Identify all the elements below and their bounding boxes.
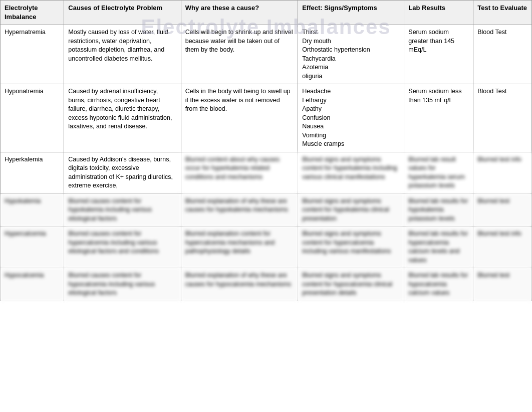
cell-hypernatremia-col5: Serum sodium greater than 145 mEq/L: [404, 25, 473, 84]
table-row: HyperkalemiaCaused by Addison's disease,…: [1, 152, 532, 193]
cell-row6-col1: Hypocalcemia: [1, 268, 64, 301]
cell-row4-col4: Blurred signs and symptoms content for h…: [298, 193, 404, 227]
header-col6: Test to Evaluate: [473, 1, 532, 25]
table-row: HyponatremiaCaused by adrenal insufficie…: [1, 84, 532, 152]
cell-hyponatremia-col2: Caused by adrenal insufficiency, burns, …: [64, 84, 181, 152]
cell-row6-col4: Blurred signs and symptoms content for h…: [298, 268, 404, 301]
cell-row6-col6: Blurred test: [473, 268, 532, 301]
cell-hyponatremia-col1: Hyponatremia: [1, 84, 64, 152]
page-container: Electrolyte Imbalances Electrolyte Imbal…: [0, 0, 532, 412]
cell-row4-col5: Blurred lab results for hypokalemia pota…: [404, 193, 473, 227]
cell-hyperkalemia-col3: Blurred content about why causes occur f…: [181, 152, 298, 193]
cell-row6-col2: Blurred causes content for hypocalcemia …: [64, 268, 181, 301]
cell-hyponatremia-col6: Blood Test: [473, 84, 532, 152]
table-row: HypocalcemiaBlurred causes content for h…: [1, 268, 532, 301]
table-row: HypercalcemiaBlurred causes content for …: [1, 227, 532, 268]
cell-hypernatremia-col6: Blood Test: [473, 25, 532, 84]
table-header-row: Electrolyte Imbalance Causes of Electrol…: [1, 1, 532, 25]
cell-hypernatremia-col4: ThirstDry mouthOrthostatic hypertensionT…: [298, 25, 404, 84]
cell-hyperkalemia-col2: Caused by Addison's disease, burns, digi…: [64, 152, 181, 193]
electrolyte-table: Electrolyte Imbalance Causes of Electrol…: [0, 0, 532, 301]
header-col1: Electrolyte Imbalance: [1, 1, 64, 25]
cell-row4-col3: Blurred explanation of why these are cau…: [181, 193, 298, 227]
cell-row5-col3: Blurred explanation content for hypercal…: [181, 227, 298, 268]
table-row: HypernatremiaMostly caused by loss of wa…: [1, 25, 532, 84]
cell-row5-col2: Blurred causes content for hypercalcemia…: [64, 227, 181, 268]
cell-hyponatremia-col5: Serum sodium less than 135 mEq/L: [404, 84, 473, 152]
cell-row4-col2: Blurred causes content for hypokalemia i…: [64, 193, 181, 227]
cell-hyperkalemia-col6: Blurred test info: [473, 152, 532, 193]
table-row: HypokalemiaBlurred causes content for hy…: [1, 193, 532, 227]
cell-row4-col1: Hypokalemia: [1, 193, 64, 227]
cell-hypernatremia-col2: Mostly caused by loss of water, fluid re…: [64, 25, 181, 84]
cell-hyperkalemia-col4: Blurred signs and symptoms content for h…: [298, 152, 404, 193]
cell-row5-col4: Blurred signs and symptoms content for h…: [298, 227, 404, 268]
cell-row6-col3: Blurred explanation of why these are cau…: [181, 268, 298, 301]
cell-hyponatremia-col3: Cells in the body will being to swell up…: [181, 84, 298, 152]
cell-hypernatremia-col1: Hypernatremia: [1, 25, 64, 84]
cell-hyperkalemia-col5: Blurred lab result values for hyperkalem…: [404, 152, 473, 193]
cell-row5-col5: Blurred lab results for hypercalcemia ca…: [404, 227, 473, 268]
header-col2: Causes of Electrolyte Problem: [64, 1, 181, 25]
cell-hyperkalemia-col1: Hyperkalemia: [1, 152, 64, 193]
header-col3: Why are these a cause?: [181, 1, 298, 25]
cell-row5-col1: Hypercalcemia: [1, 227, 64, 268]
cell-hyponatremia-col4: HeadacheLethargyApathyConfusionNauseaVom…: [298, 84, 404, 152]
cell-hypernatremia-col3: Cells will begin to shrink up and shrive…: [181, 25, 298, 84]
header-col5: Lab Results: [404, 1, 473, 25]
cell-row4-col6: Blurred test: [473, 193, 532, 227]
cell-row6-col5: Blurred lab results for hypocalcemia cal…: [404, 268, 473, 301]
cell-row5-col6: Blurred test info: [473, 227, 532, 268]
header-col4: Effect: Signs/Symptoms: [298, 1, 404, 25]
